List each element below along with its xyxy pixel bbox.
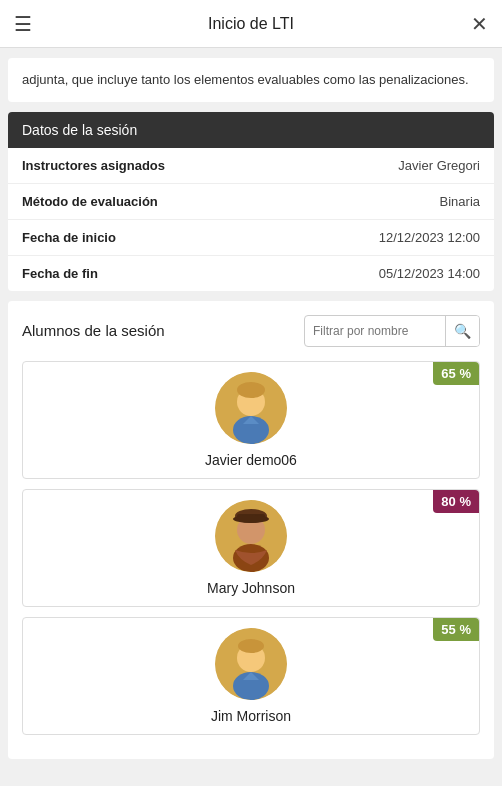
top-bar: ☰ Inicio de LTI ✕	[0, 0, 502, 48]
avatar	[215, 372, 287, 444]
student-item[interactable]: 65 % Javier demo06	[22, 361, 480, 479]
student-name: Javier demo06	[205, 452, 297, 468]
svg-point-10	[233, 515, 269, 523]
session-value-end: 05/12/2023 14:00	[379, 266, 480, 281]
search-icon: 🔍	[454, 323, 471, 339]
session-label-instructors: Instructores asignados	[22, 158, 165, 173]
session-row-end: Fecha de fin 05/12/2023 14:00	[8, 256, 494, 291]
students-card: Alumnos de la sesión 🔍 65 % Javier de	[8, 301, 494, 759]
intro-card: adjunta, que incluye tanto los elementos…	[8, 58, 494, 102]
avatar	[215, 500, 287, 572]
score-badge: 65 %	[433, 362, 479, 385]
search-button[interactable]: 🔍	[445, 315, 479, 347]
close-icon[interactable]: ✕	[471, 12, 488, 36]
session-card: Datos de la sesión Instructores asignado…	[8, 112, 494, 291]
svg-point-3	[237, 382, 265, 398]
intro-text: adjunta, que incluye tanto los elementos…	[22, 72, 469, 87]
students-title: Alumnos de la sesión	[22, 322, 165, 339]
student-name: Jim Morrison	[211, 708, 291, 724]
session-header: Datos de la sesión	[8, 112, 494, 148]
score-badge: 80 %	[433, 490, 479, 513]
student-item[interactable]: 55 % Jim Morrison	[22, 617, 480, 735]
search-box[interactable]: 🔍	[304, 315, 480, 347]
session-value-start: 12/12/2023 12:00	[379, 230, 480, 245]
search-input[interactable]	[305, 324, 445, 338]
session-value-instructors: Javier Gregori	[398, 158, 480, 173]
session-row-method: Método de evaluación Binaria	[8, 184, 494, 220]
session-label-end: Fecha de fin	[22, 266, 98, 281]
page-title: Inicio de LTI	[208, 15, 294, 33]
session-row-instructors: Instructores asignados Javier Gregori	[8, 148, 494, 184]
avatar	[215, 628, 287, 700]
session-label-start: Fecha de inicio	[22, 230, 116, 245]
score-badge: 55 %	[433, 618, 479, 641]
session-label-method: Método de evaluación	[22, 194, 158, 209]
student-item[interactable]: 80 % Mary Johnson	[22, 489, 480, 607]
student-name: Mary Johnson	[207, 580, 295, 596]
session-row-start: Fecha de inicio 12/12/2023 12:00	[8, 220, 494, 256]
svg-point-14	[238, 639, 264, 653]
menu-icon[interactable]: ☰	[14, 12, 32, 36]
session-value-method: Binaria	[440, 194, 480, 209]
students-header: Alumnos de la sesión 🔍	[22, 315, 480, 347]
